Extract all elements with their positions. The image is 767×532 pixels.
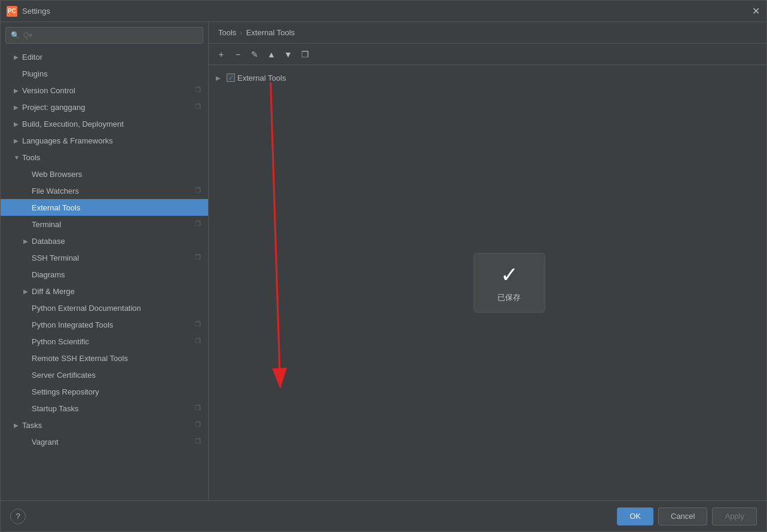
sidebar-item-languages[interactable]: ▶ Languages & Frameworks <box>1 132 208 149</box>
search-placeholder: Q▾ <box>23 31 32 39</box>
sidebar-item-remote-ssh[interactable]: Remote SSH External Tools <box>1 350 208 366</box>
sidebar-item-plugins[interactable]: Plugins <box>1 65 208 82</box>
sidebar-item-version-control[interactable]: ▶ Version Control ❐ <box>1 82 208 99</box>
arrow-icon: ▶ <box>14 87 22 94</box>
sidebar-item-label: Startup Tasks <box>32 404 195 413</box>
remove-button[interactable]: − <box>230 47 246 62</box>
sidebar-item-label: Project: ganggang <box>22 103 195 112</box>
sidebar: 🔍 Q▾ ▶ Editor Plugins ▶ Version C <box>1 22 209 500</box>
sidebar-scroll: ▶ Editor Plugins ▶ Version Control ❐ ▶ <box>1 48 208 500</box>
sidebar-item-server-certs[interactable]: Server Certificates <box>1 366 208 383</box>
copy-icon: ❐ <box>195 404 203 412</box>
arrow-icon: ▶ <box>14 54 22 60</box>
sidebar-item-editor[interactable]: ▶ Editor <box>1 48 208 65</box>
sidebar-item-label: Database <box>32 237 203 246</box>
copy-icon: ❐ <box>195 220 203 228</box>
sidebar-item-external-tools[interactable]: External Tools <box>1 199 208 216</box>
copy-icon: ❐ <box>195 421 203 429</box>
ok-button[interactable]: OK <box>617 507 653 525</box>
toolbar: + − ✎ ▲ ▼ ❐ <box>209 44 766 65</box>
help-button[interactable]: ? <box>10 509 26 524</box>
copy-icon: ❐ <box>195 253 203 262</box>
sidebar-item-label: Version Control <box>22 86 195 95</box>
tree-area: ▶ ✓ External Tools ✓ 已保存 <box>209 65 766 500</box>
breadcrumb-tools: Tools <box>218 28 236 37</box>
arrow-icon: ▶ <box>14 422 22 429</box>
cancel-button[interactable]: Cancel <box>658 507 707 525</box>
saved-toast: ✓ 已保存 <box>473 253 545 313</box>
main-layout: 🔍 Q▾ ▶ Editor Plugins ▶ Version C <box>1 22 766 500</box>
sidebar-item-label: Python Integrated Tools <box>32 320 195 329</box>
sidebar-item-diff-merge[interactable]: ▶ Diff & Merge <box>1 283 208 299</box>
sidebar-item-startup-tasks[interactable]: Startup Tasks ❐ <box>1 400 208 417</box>
sidebar-item-python-scientific[interactable]: Python Scientific ❐ <box>1 333 208 350</box>
apply-button[interactable]: Apply <box>712 507 757 525</box>
sidebar-item-terminal[interactable]: Terminal ❐ <box>1 216 208 233</box>
sidebar-item-label: SSH Terminal <box>32 253 195 262</box>
sidebar-item-project[interactable]: ▶ Project: ganggang ❐ <box>1 99 208 115</box>
arrow-icon: ▼ <box>14 154 22 161</box>
copy-icon: ❐ <box>195 86 203 94</box>
search-box[interactable]: 🔍 Q▾ <box>5 27 203 44</box>
title-bar: PC Settings ✕ <box>1 1 766 22</box>
close-button[interactable]: ✕ <box>751 7 760 16</box>
sidebar-item-label: Diff & Merge <box>32 287 203 296</box>
copy-icon: ❐ <box>195 186 203 195</box>
sidebar-item-ssh-terminal[interactable]: SSH Terminal ❐ <box>1 249 208 266</box>
sidebar-item-label: Build, Execution, Deployment <box>22 120 203 129</box>
move-down-button[interactable]: ▼ <box>280 47 296 62</box>
search-icon: 🔍 <box>11 31 20 39</box>
edit-button[interactable]: ✎ <box>247 47 262 62</box>
sidebar-item-label: Editor <box>22 53 203 62</box>
sidebar-item-label: Plugins <box>22 69 203 78</box>
settings-window: PC Settings ✕ 🔍 Q▾ ▶ Editor <box>0 0 767 532</box>
window-title: Settings <box>22 7 751 16</box>
copy-icon: ❐ <box>195 438 203 446</box>
arrow-icon: ▶ <box>14 104 22 111</box>
sidebar-item-tasks[interactable]: ▶ Tasks ❐ <box>1 417 208 433</box>
sidebar-item-settings-repo[interactable]: Settings Repository <box>1 383 208 400</box>
sidebar-item-label: Terminal <box>32 220 195 229</box>
sidebar-item-label: External Tools <box>32 203 203 212</box>
saved-text: 已保存 <box>497 292 521 303</box>
sidebar-item-label: Tools <box>22 153 203 162</box>
tree-arrow-icon: ▶ <box>216 75 224 81</box>
svg-line-1 <box>271 82 280 378</box>
sidebar-item-vagrant[interactable]: Vagrant ❐ <box>1 433 208 450</box>
sidebar-item-python-ext-doc[interactable]: Python External Documentation <box>1 299 208 316</box>
breadcrumb-separator: › <box>240 28 242 37</box>
sidebar-item-label: Server Certificates <box>32 371 203 380</box>
tree-checkbox[interactable]: ✓ <box>227 74 235 82</box>
sidebar-item-label: Remote SSH External Tools <box>32 354 203 363</box>
sidebar-item-tools[interactable]: ▼ Tools <box>1 149 208 166</box>
sidebar-item-diagrams[interactable]: Diagrams <box>1 266 208 283</box>
move-up-button[interactable]: ▲ <box>264 47 279 62</box>
arrow-icon: ▶ <box>23 288 32 295</box>
copy-icon: ❐ <box>195 320 203 329</box>
saved-checkmark: ✓ <box>500 262 518 288</box>
sidebar-item-label: Vagrant <box>32 438 195 447</box>
copy-icon: ❐ <box>195 103 203 111</box>
sidebar-item-database[interactable]: ▶ Database <box>1 233 208 249</box>
copy-button[interactable]: ❐ <box>297 47 313 62</box>
sidebar-item-web-browsers[interactable]: Web Browsers <box>1 166 208 182</box>
sidebar-item-label: Tasks <box>22 421 195 430</box>
arrow-icon: ▶ <box>14 137 22 144</box>
sidebar-item-python-integrated[interactable]: Python Integrated Tools ❐ <box>1 316 208 333</box>
sidebar-item-label: Python Scientific <box>32 337 195 346</box>
tree-item-external-tools[interactable]: ▶ ✓ External Tools <box>213 70 762 85</box>
sidebar-item-file-watchers[interactable]: File Watchers ❐ <box>1 182 208 199</box>
arrow-icon: ▶ <box>23 238 32 244</box>
sidebar-item-label: File Watchers <box>32 186 195 195</box>
sidebar-item-label: Languages & Frameworks <box>22 136 203 145</box>
content-area: Tools › External Tools + − ✎ ▲ ▼ ❐ ▶ ✓ E… <box>209 22 766 500</box>
sidebar-item-build[interactable]: ▶ Build, Execution, Deployment <box>1 115 208 132</box>
sidebar-item-label: Settings Repository <box>32 387 203 396</box>
sidebar-item-label: Python External Documentation <box>32 304 203 313</box>
copy-icon: ❐ <box>195 337 203 346</box>
app-icon: PC <box>7 6 17 17</box>
add-button[interactable]: + <box>213 47 229 62</box>
sidebar-item-label: Web Browsers <box>32 170 203 179</box>
arrow-icon: ▶ <box>14 121 22 127</box>
tree-item-label: External Tools <box>237 74 286 82</box>
